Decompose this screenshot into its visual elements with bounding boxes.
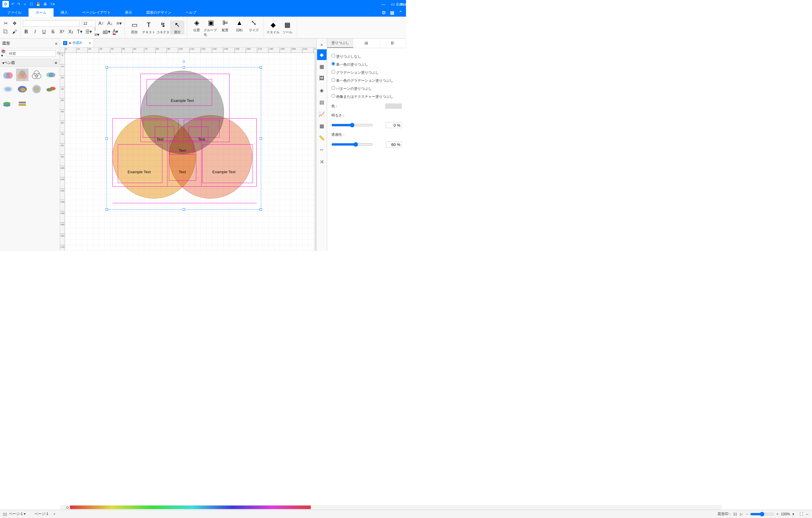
menu-view[interactable]: 表示 — [118, 8, 139, 17]
connector-tool[interactable]: ↯コネクタ — [156, 21, 170, 34]
venn-shape-8[interactable] — [45, 83, 57, 95]
modified-marker-icon — [69, 42, 71, 44]
highlight-icon[interactable]: ab▾ — [103, 29, 110, 35]
main-area: 図形 « 📚▾ 🔍 ⌃⌄ ▾ ベン図 ✕ — [0, 39, 406, 251]
line-spacing-icon[interactable]: ☰▾ — [85, 29, 92, 35]
font-grow-icon[interactable]: A↑ — [98, 20, 105, 27]
image-icon[interactable]: 🖼 — [317, 73, 326, 84]
venn-shape-9[interactable] — [2, 97, 14, 110]
font-name-input[interactable] — [23, 20, 80, 27]
fill-image-radio[interactable]: 画像またはテクスチャー塗りつぶし — [331, 94, 402, 99]
library-menu-icon[interactable]: 📚▾ — [1, 49, 6, 58]
shapes-panel-collapse-icon[interactable]: « — [55, 41, 57, 46]
themes-icon[interactable]: ▦ — [317, 61, 326, 72]
venn-shape-2[interactable] — [16, 69, 29, 81]
venn-shape-10[interactable] — [16, 97, 29, 110]
document-tab[interactable]: D 作図4 ✕ — [60, 39, 94, 47]
shape-tool[interactable]: ▭図形 — [127, 21, 142, 34]
venn-shape-6[interactable] — [16, 83, 29, 95]
cut-icon[interactable]: ✂ — [2, 20, 9, 27]
format-painter-icon[interactable]: 🖌 — [11, 29, 18, 35]
save-icon[interactable]: 💾 — [36, 2, 40, 6]
right-expand-icon[interactable]: » — [319, 40, 325, 49]
fill-panel-icon[interactable]: ◆ — [317, 49, 326, 60]
menu-file[interactable]: ファイル — [0, 8, 29, 17]
group-tool[interactable]: ▣グループ化 — [204, 19, 218, 37]
font-size-input[interactable] — [82, 20, 95, 27]
color-swatch[interactable] — [385, 103, 402, 109]
layers-icon[interactable]: ◈ — [317, 85, 326, 96]
tab-line[interactable]: 線 — [353, 39, 379, 48]
tab-close-icon[interactable]: ✕ — [88, 41, 91, 45]
font-color-icon[interactable]: A▾ — [112, 29, 119, 35]
category-row[interactable]: ▾ ベン図 ✕ — [0, 59, 60, 67]
fill-solid-gradient-radio[interactable]: 単一色のグラデーション塗りつぶし — [331, 78, 402, 83]
undo-icon[interactable]: ↶ — [11, 2, 14, 6]
page[interactable]: Example Text Example Text Example Text T… — [65, 53, 315, 251]
spacing-icon[interactable]: ↔ — [317, 145, 326, 155]
opacity-slider[interactable] — [331, 142, 373, 147]
superscript-icon[interactable]: X² — [59, 29, 65, 35]
size-tool[interactable]: ⤡サイズ — [246, 19, 261, 37]
redo-icon[interactable]: ↷ — [17, 2, 20, 6]
text-case-icon[interactable]: T▾ — [77, 29, 83, 35]
measure-icon[interactable]: 📏 — [317, 132, 326, 143]
search-input[interactable] — [7, 50, 56, 57]
canvas-area[interactable]: 0102030405060708090100110120130140150160… — [60, 48, 316, 251]
text-tool[interactable]: Tテキスト — [142, 21, 156, 34]
menu-shape-design[interactable]: 図形のデザイン — [139, 8, 178, 17]
maximize-button[interactable]: ▭ — [391, 2, 395, 6]
shape-gallery — [0, 67, 60, 112]
brightness-slider[interactable] — [331, 123, 373, 127]
fill-solid-radio[interactable]: 単一色の塗りつぶし — [331, 62, 402, 67]
export-icon[interactable]: ⇪▾ — [50, 2, 55, 6]
tools-tool[interactable]: ▦ツール — [280, 21, 294, 34]
venn-shape-7[interactable] — [30, 83, 43, 95]
chart-icon[interactable]: 📈 — [317, 109, 326, 119]
menu-home[interactable]: ホーム — [29, 8, 54, 17]
open-icon[interactable]: ☐ — [30, 2, 33, 6]
style-tool[interactable]: ◆スタイル — [266, 21, 280, 34]
opacity-value[interactable] — [386, 142, 402, 147]
brightness-value[interactable] — [386, 122, 402, 128]
venn-shape-1[interactable] — [2, 69, 14, 81]
menu-help[interactable]: ヘルプ — [178, 8, 203, 17]
eraser-icon[interactable]: ❖ — [11, 20, 18, 27]
copy-icon[interactable]: ⿻ — [2, 29, 9, 35]
tab-shadow[interactable]: 影 — [380, 39, 406, 48]
align-tool[interactable]: ⊫配置 — [218, 19, 232, 37]
opacity-label: 透過性： — [331, 132, 346, 137]
venn-shape-3[interactable] — [30, 69, 43, 81]
collapse-ribbon-icon[interactable]: ⌃ — [399, 10, 402, 16]
menu-insert[interactable]: 挿入 — [54, 8, 75, 17]
strike-icon[interactable]: S̶ — [50, 29, 56, 35]
position-tool[interactable]: ◈位置 — [190, 19, 204, 37]
new-icon[interactable]: ＋ — [23, 2, 27, 7]
bold-icon[interactable]: B — [23, 29, 29, 35]
table-icon[interactable]: ▦ — [317, 121, 326, 131]
subscript-icon[interactable]: X₂ — [67, 29, 74, 35]
bullets-icon[interactable]: ⁝≡▾ — [94, 29, 101, 35]
fill-pattern-radio[interactable]: パターンの塗りつぶし — [331, 86, 402, 91]
underline-icon[interactable]: U — [41, 29, 47, 35]
selection-box[interactable] — [107, 67, 261, 210]
fill-gradient-radio[interactable]: グラデーション塗りつぶし — [331, 70, 402, 75]
rotate-handle[interactable] — [183, 60, 185, 63]
apps-icon[interactable]: ▦ — [390, 10, 395, 16]
venn-shape-4[interactable] — [45, 69, 57, 81]
print-icon[interactable]: 🖶 — [44, 2, 47, 6]
settings-icon[interactable]: ⚙ — [382, 10, 386, 16]
italic-icon[interactable]: I — [32, 29, 38, 35]
rotate-tool[interactable]: ▲回転 — [232, 19, 246, 37]
shuffle-icon[interactable]: ⤭ — [317, 156, 326, 167]
menu-page-layout[interactable]: ページレイアウト — [75, 8, 118, 17]
minimize-button[interactable]: — — [381, 2, 385, 6]
venn-shape-5[interactable] — [2, 83, 14, 95]
fill-none-radio[interactable]: 塗りつぶしなし — [331, 54, 402, 59]
title-bar: D ↶ ↷ ＋ ☐ 💾 🖶 ⇪▾ Edraw Max — ▭ ✕ — [0, 0, 406, 8]
select-tool[interactable]: ↖選択 — [170, 21, 184, 34]
align-menu-icon[interactable]: ≡▾ — [116, 20, 122, 27]
page-icon[interactable]: ▤ — [317, 97, 326, 108]
tab-fill[interactable]: 塗りつぶし — [327, 39, 353, 48]
font-shrink-icon[interactable]: A↓ — [107, 20, 113, 27]
